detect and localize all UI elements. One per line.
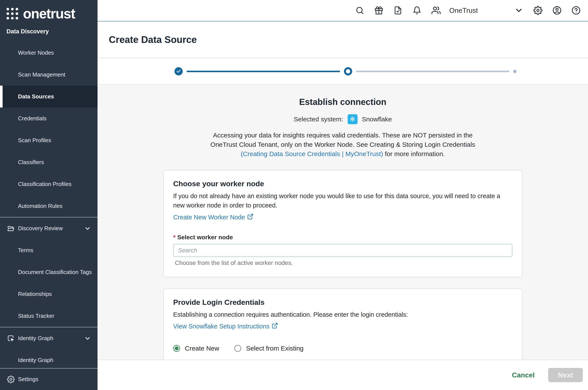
chevron-down-icon: [83, 224, 92, 233]
gear-icon[interactable]: [533, 6, 543, 15]
step-1-complete-icon: [175, 67, 183, 75]
search-icon[interactable]: [355, 6, 364, 15]
sidebar-item-scan-management[interactable]: Scan Management: [0, 64, 97, 86]
wizard-stepper: [97, 58, 588, 85]
external-link-icon: [247, 213, 254, 221]
intro-paragraph: Accessing your data for insights require…: [201, 131, 485, 159]
worker-card-title: Choose your worker node: [173, 180, 512, 188]
cancel-button[interactable]: Cancel: [512, 371, 535, 379]
section-heading: Establish connection: [97, 97, 588, 107]
external-link-icon: [271, 322, 278, 330]
sidebar-nav: Worker Nodes Scan Management Data Source…: [0, 42, 97, 390]
credentials-card-title: Provide Login Credentials: [173, 298, 512, 306]
worker-node-helper-text: Choose from the list of active worker no…: [173, 259, 512, 266]
step-2-current-icon: [344, 67, 352, 75]
sidebar-item-classifiers[interactable]: Classifiers: [0, 151, 97, 173]
users-icon[interactable]: [432, 6, 441, 15]
next-button[interactable]: Next: [548, 368, 583, 382]
sidebar-item-classification-profiles[interactable]: Classification Profiles: [0, 173, 97, 195]
worker-node-search-input[interactable]: [173, 244, 512, 257]
intro-text-after: for more information.: [383, 150, 445, 157]
identity-graph-icon: [6, 334, 15, 343]
selected-system-row: Selected system: ❄ Snowflake: [97, 114, 588, 124]
sidebar-item-terms[interactable]: Terms: [0, 239, 97, 261]
step-3-upcoming-icon: [513, 70, 516, 73]
gift-icon[interactable]: [374, 6, 383, 15]
select-worker-node-label: *Select worker node: [173, 234, 512, 241]
page-title: Create Data Source: [109, 34, 197, 45]
selected-system-label: Selected system:: [294, 116, 343, 123]
document-check-icon[interactable]: [393, 6, 403, 15]
credentials-card-body: Establishing a connection requires authe…: [173, 310, 512, 320]
topbar: OneTrust: [97, 0, 588, 22]
sidebar-group-identity-graph[interactable]: Identity Graph: [0, 327, 97, 349]
sidebar-group-discovery-review[interactable]: Discovery Review: [0, 217, 97, 239]
radio-create-new[interactable]: Create New: [173, 345, 219, 352]
sidebar-item-data-sources[interactable]: Data Sources: [0, 86, 97, 107]
chevron-down-icon: [83, 334, 92, 343]
create-new-worker-node-link[interactable]: Create New Worker Node: [173, 213, 254, 221]
worker-node-card: Choose your worker node If you do not al…: [163, 170, 522, 277]
step-connector-done: [187, 71, 340, 72]
sidebar: onetrust Data Discovery Worker Nodes Sca…: [0, 0, 97, 390]
sidebar-item-settings[interactable]: Settings: [0, 368, 97, 390]
step-connector-todo: [356, 71, 509, 72]
credential-mode-radio-group: Create New Select from Existing: [173, 345, 512, 352]
sidebar-item-worker-nodes[interactable]: Worker Nodes: [0, 42, 97, 64]
sidebar-item-status-tracker[interactable]: Status Tracker: [0, 305, 97, 327]
module-title: Data Discovery: [0, 22, 97, 42]
tenant-name: OneTrust: [449, 6, 478, 14]
page-header: Create Data Source: [97, 22, 588, 58]
sidebar-item-identity-graph[interactable]: Identity Graph: [0, 349, 97, 371]
help-circle-icon[interactable]: [572, 6, 581, 15]
sidebar-item-relationships[interactable]: Relationships: [0, 283, 97, 305]
folder-open-icon: [6, 224, 15, 233]
sidebar-item-credentials[interactable]: Credentials: [0, 107, 97, 129]
credentials-doc-link[interactable]: (Creating Data Source Credentials | MyOn…: [241, 150, 383, 157]
selected-system-name: Snowflake: [362, 116, 392, 123]
wizard-footer: Cancel Next: [97, 360, 588, 390]
onetrust-wordmark: onetrust: [23, 7, 75, 21]
snowflake-setup-instructions-link[interactable]: View Snowflake Setup Instructions: [173, 322, 278, 330]
main-content: Establish connection Selected system: ❄ …: [97, 85, 588, 390]
required-asterisk: *: [173, 234, 176, 241]
bell-icon[interactable]: [412, 6, 422, 15]
intro-text-before: Accessing your data for insights require…: [210, 132, 475, 148]
sidebar-item-automation-rules[interactable]: Automation Rules: [0, 195, 97, 217]
sidebar-item-scan-profiles[interactable]: Scan Profiles: [0, 129, 97, 151]
chevron-down-icon[interactable]: [514, 6, 523, 15]
app-launcher-dots-icon: [6, 8, 18, 19]
snowflake-icon: ❄: [348, 114, 358, 124]
onetrust-logo[interactable]: onetrust: [0, 0, 97, 22]
sidebar-item-document-classification-tags[interactable]: Document Classification Tags: [0, 261, 97, 283]
radio-selected-icon: [173, 345, 180, 352]
radio-unselected-icon: [234, 345, 241, 352]
radio-select-from-existing[interactable]: Select from Existing: [234, 345, 303, 352]
gear-icon: [6, 375, 15, 384]
user-circle-icon[interactable]: [552, 6, 562, 15]
worker-card-body: If you do not already have an existing w…: [173, 192, 512, 210]
app-window: onetrust Data Discovery Worker Nodes Sca…: [0, 0, 588, 390]
